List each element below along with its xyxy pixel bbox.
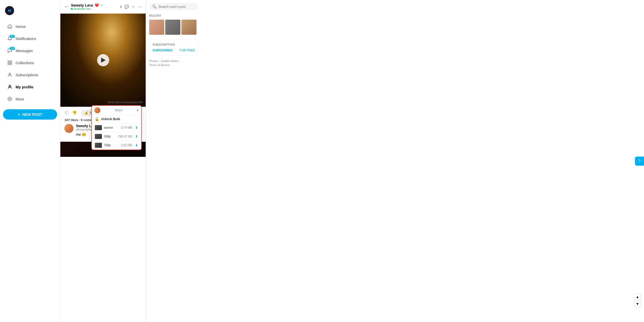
unlock-bulk-item[interactable]: 🔓 Unlock Bulk	[92, 115, 141, 123]
res-label-720p: 720p	[104, 144, 119, 147]
sidebar-item-subscriptions[interactable]: Subscriptions	[2, 69, 58, 81]
back-button[interactable]: ←	[64, 4, 69, 9]
new-post-button[interactable]: + NEW POST	[3, 109, 57, 120]
download-source-button[interactable]: ⬇	[135, 126, 138, 130]
sidebar-item-label-notifications: Notifications	[16, 37, 36, 41]
svg-point-7	[9, 99, 10, 99]
new-post-label: NEW POST	[22, 112, 42, 117]
sidebar-item-collections[interactable]: Collections	[2, 57, 58, 68]
play-button[interactable]	[97, 54, 109, 66]
messages-badge: 16	[10, 47, 15, 50]
scroll-controls: ▲ ▼	[634, 294, 641, 307]
author-avatar[interactable]	[64, 124, 73, 133]
dislike-button[interactable]: 👎	[72, 111, 77, 115]
for-free-label: FOR FREE	[180, 49, 195, 52]
privacy-link[interactable]: Privacy	[149, 59, 158, 62]
sidebar-item-label-subscriptions: Subscriptions	[16, 73, 38, 77]
creator-name: Sweety Lera	[71, 3, 93, 7]
sidebar-item-my-profile[interactable]: My profile	[2, 81, 58, 93]
unlock-bulk-label: Unlock Bulk	[101, 117, 120, 121]
svg-point-5	[9, 85, 11, 87]
dropdown-header: More ▾	[92, 106, 141, 115]
res-label-source: source	[104, 126, 119, 129]
resolution-source: source 3.74 MB ⬇	[92, 123, 141, 132]
likes-count: 107 likes	[64, 118, 78, 122]
scroll-down-button[interactable]: ▼	[634, 301, 641, 307]
subscribed-label: SUBSCRIBED	[152, 49, 172, 52]
sidebar-nav: Home Notifications 82 Messages 16 Collec…	[0, 20, 60, 105]
verified-icon: ✓	[100, 3, 103, 7]
search-icon: 🔍	[152, 5, 156, 9]
logo-area: ⏯	[0, 3, 60, 20]
creator-status: Available now	[71, 7, 118, 10]
collections-icon	[7, 60, 13, 65]
post-actions: ♡ 👎 💰 SEND TIP 🔖 ⬇ More ▾ 🔓	[60, 107, 146, 142]
heart-icon: ❤️	[95, 3, 99, 7]
svg-rect-0	[8, 61, 10, 62]
svg-point-8	[10, 99, 10, 99]
ellipsis-icon[interactable]: ⋯	[138, 5, 142, 9]
scroll-up-button[interactable]: ▲	[634, 294, 641, 300]
res-thumb-720p	[95, 143, 102, 148]
action-row: ♡ 👎 💰 SEND TIP 🔖 ⬇ More ▾ 🔓	[64, 110, 142, 116]
subscription-status: SUBSCRIBED FOR FREE	[152, 49, 195, 52]
feed-area: ← Sweety Lera ❤️ ✓ Available now ℹ 💬 ☆ ⋯	[60, 0, 146, 322]
sidebar-item-label-home: Home	[16, 24, 26, 29]
footer-links: Privacy · Cookie Notice · Terms of Servi…	[149, 59, 198, 66]
home-icon	[7, 24, 13, 29]
sidebar-item-more[interactable]: More	[2, 93, 58, 105]
sidebar-item-label-more: More	[16, 97, 24, 101]
svg-point-4	[9, 73, 11, 75]
more-icon	[7, 96, 13, 102]
chat-icon[interactable]: 💬	[125, 5, 129, 9]
sidebar-item-notifications[interactable]: Notifications 82	[2, 33, 58, 44]
right-panel: 🔍 RECENT SUBSCRIPTION SUBSCRIBED FOR FRE…	[146, 0, 201, 322]
subscription-section: SUBSCRIPTION SUBSCRIBED FOR FREE	[149, 40, 198, 55]
sidebar: ⏯ Home Notifications 82 Messages 16	[0, 0, 60, 322]
header-actions: ℹ 💬 ☆ ⋯	[120, 5, 142, 9]
sidebar-item-label-collections: Collections	[16, 61, 34, 65]
video-thumbnail[interactable]: OnlyFans.com/sweetylera69	[60, 14, 146, 107]
more-actions-area: 🔖 ⬇ More ▾ 🔓 Unlock Bulk	[130, 110, 142, 116]
res-thumb-source	[95, 125, 102, 130]
sidebar-item-messages[interactable]: Messages 16	[2, 45, 58, 56]
res-label-240p: 240p	[104, 135, 116, 138]
search-input[interactable]	[158, 5, 201, 9]
svg-rect-3	[10, 63, 12, 65]
svg-rect-1	[10, 61, 12, 62]
subscription-title: SUBSCRIPTION	[152, 43, 195, 46]
recent-section-title: RECENT	[149, 14, 198, 17]
cookie-notice-link[interactable]: Cookie Notice	[161, 59, 178, 62]
dropdown-more-button[interactable]: More	[115, 108, 123, 112]
sidebar-item-label-messages: Messages	[16, 49, 33, 53]
sidebar-item-home[interactable]: Home	[2, 21, 58, 32]
terms-link[interactable]: Terms of Service	[149, 63, 170, 66]
svg-rect-2	[8, 63, 10, 65]
res-size-240p: 768.47 KB	[118, 135, 132, 138]
watermark: OnlyFans.com/sweetylera69	[108, 101, 143, 104]
lock-icon: 🔓	[95, 117, 99, 121]
feed-header: ← Sweety Lera ❤️ ✓ Available now ℹ 💬 ☆ ⋯	[60, 0, 146, 14]
recent-grid	[149, 20, 198, 35]
dropdown-chevron-icon[interactable]: ▾	[137, 108, 139, 112]
resolution-720p: 720p 2.82 MB ⬇	[92, 141, 141, 150]
res-size-720p: 2.82 MB	[121, 144, 132, 147]
sidebar-item-label-my-profile: My profile	[16, 85, 33, 89]
notifications-badge: 82	[10, 35, 15, 38]
like-button[interactable]: ♡	[64, 110, 69, 116]
res-size-source: 3.74 MB	[121, 126, 132, 129]
info-icon[interactable]: ℹ	[120, 5, 122, 9]
download-720p-button[interactable]: ⬇	[135, 143, 138, 147]
recent-thumb-1[interactable]	[149, 20, 164, 35]
recent-thumb-2[interactable]	[165, 20, 180, 35]
logo-icon: ⏯	[5, 6, 14, 15]
dropdown-menu: More ▾ 🔓 Unlock Bulk source 3.74 MB ⬇	[91, 105, 142, 150]
search-bar: 🔍	[149, 3, 198, 10]
my-profile-icon	[7, 84, 13, 90]
recent-thumb-3[interactable]	[181, 20, 196, 35]
subscriptions-icon	[7, 72, 13, 78]
star-icon[interactable]: ☆	[132, 5, 135, 9]
support-fab[interactable]: ?	[635, 157, 644, 166]
download-240p-button[interactable]: ⬇	[135, 134, 138, 138]
dropdown-avatar	[94, 107, 100, 113]
